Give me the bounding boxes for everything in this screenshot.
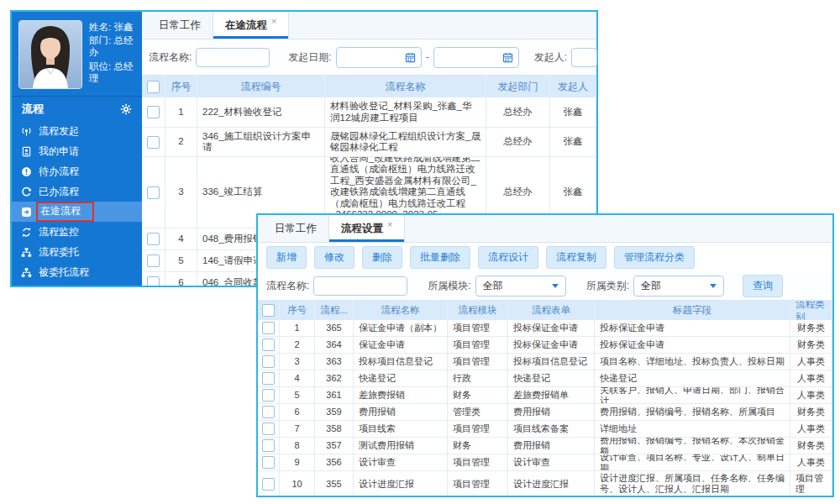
sidebar-item-label: 流程监控 [39, 225, 79, 239]
cell-dept: 总经办 [486, 128, 550, 156]
cell-text: 费用报销 [513, 440, 550, 451]
table-row[interactable]: 1222_材料验收登记材料验收登记_材料采购_张鑫_华润12城房建工程项目总经办… [142, 97, 596, 128]
sidebar-item-在途流程[interactable]: 在途流程 [12, 202, 142, 222]
workflow-tab-0[interactable]: 日常工作 [147, 12, 213, 39]
row-checkbox-cell [258, 320, 280, 336]
sidebar-item-已办流程[interactable]: 已办流程 [12, 181, 142, 202]
row-checkbox[interactable] [262, 355, 275, 368]
calendar-icon[interactable] [502, 51, 514, 63]
select-all-checkbox[interactable] [147, 81, 160, 93]
toolbar-button-修改[interactable]: 修改 [314, 246, 354, 269]
toolbar-button-批量删除[interactable]: 批量删除 [410, 246, 470, 269]
row-checkbox[interactable] [262, 372, 275, 385]
cell-text: 财务类 [797, 407, 825, 417]
row-checkbox[interactable] [147, 186, 160, 199]
avatar [18, 20, 82, 89]
cell-form: 费用报销 [508, 438, 595, 454]
row-checkbox[interactable] [262, 478, 275, 491]
sidebar-item-待办流程[interactable]: 待办流程 [12, 161, 142, 181]
row-checkbox[interactable] [262, 406, 275, 418]
cell-name: 快递登记 [354, 370, 448, 386]
toolbar-button-流程复制[interactable]: 流程复制 [546, 246, 606, 269]
cell-module: 项目管理 [448, 421, 508, 437]
table-row[interactable]: 6359费用报销管理类费用报销费用报销、报销编号、报销名称、所属项目财务类 [258, 404, 832, 421]
cell-id: 363 [315, 354, 354, 370]
settings-tab-0[interactable]: 日常工作 [263, 215, 328, 242]
row-checkbox[interactable] [147, 106, 160, 118]
sidebar-item-流程监控[interactable]: 流程监控 [12, 222, 142, 242]
table-row[interactable]: 7358项目线索项目管理项目线索备案详细地址人事类 [258, 421, 832, 438]
category-selected-value: 全部 [641, 279, 661, 293]
cell-text: 关联客户、报销人、申请日期、部门、报销合计 [600, 387, 785, 403]
row-checkbox[interactable] [147, 255, 160, 267]
cell-text: 设计审查、项目名称、专业、设计人、制单日期 [600, 454, 785, 470]
date-from-field[interactable] [336, 47, 422, 68]
row-checkbox[interactable] [262, 339, 275, 351]
cell-no: 2 [165, 128, 197, 156]
row-checkbox[interactable] [262, 423, 275, 435]
cell-text: 人事类 [797, 356, 825, 367]
query-button[interactable]: 查询 [743, 275, 783, 297]
cell-text: 8 [294, 440, 299, 451]
cell-module: 项目管理 [448, 337, 508, 353]
toolbar-button-管理流程分类[interactable]: 管理流程分类 [614, 246, 695, 269]
toolbar-button-流程设计[interactable]: 流程设计 [478, 246, 538, 269]
row-checkbox[interactable] [147, 136, 160, 149]
initiator-input[interactable] [571, 48, 597, 67]
workflow-tab-1[interactable]: 在途流程× [213, 12, 289, 39]
cell-text: 项目管理 [453, 339, 490, 350]
date-from-input[interactable] [341, 48, 405, 66]
cell-name: 项目线索 [354, 421, 448, 437]
sidebar-item-流程发起[interactable]: 流程发起 [12, 121, 142, 141]
sidebar-item-我的申请[interactable]: 我的申请 [12, 141, 142, 161]
table-row[interactable]: 10355设计进度汇报项目管理设计进度汇报设计进度汇报、所属项目、任务名称、任务… [258, 471, 832, 496]
cell-name: 费用报销 [354, 404, 448, 420]
sidebar-item-流程委托[interactable]: 流程委托 [12, 242, 142, 262]
date-to-field[interactable] [433, 47, 519, 68]
table-row[interactable]: 3363投标项目信息登记项目管理投标项目信息登记项目名称、详细地址、投标负责人、… [258, 354, 832, 370]
settings-toolbar: 新增修改删除批量删除流程设计流程复制管理流程分类 [258, 243, 832, 271]
table-row[interactable]: 2364保证金申请项目管理投标保证金申请投标保证金申请财务类 [258, 337, 832, 354]
row-checkbox[interactable] [147, 233, 160, 245]
cell-no: 10 [280, 471, 315, 496]
cell-category: 财务类 [790, 320, 832, 336]
process-name-input[interactable] [313, 276, 407, 296]
cell-dept: 总经办 [486, 97, 550, 127]
cell-text: 行政 [453, 373, 471, 384]
cell-text: 人事类 [797, 423, 825, 434]
table-row[interactable]: 4362快递登记行政快递登记快递登记人事类 [258, 370, 832, 387]
row-checkbox[interactable] [262, 322, 275, 334]
close-icon[interactable]: × [387, 219, 392, 229]
table-row[interactable]: 9356设计审查项目管理设计审查设计审查、项目名称、专业、设计人、制单日期人事类 [258, 454, 832, 471]
calendar-icon[interactable] [405, 51, 417, 63]
cell-id: 365 [315, 320, 354, 336]
row-checkbox[interactable] [147, 276, 160, 286]
cell-text: 费用报销 [513, 407, 550, 417]
row-checkbox[interactable] [262, 456, 275, 469]
cell-text: 5 [178, 255, 183, 267]
cell-text: 管理类 [453, 407, 480, 417]
cell-text: 差旅费报销单 [513, 390, 569, 401]
cell-text: 项目管理 [795, 473, 827, 495]
category-select[interactable]: 全部 [633, 276, 724, 297]
table-row[interactable]: 1365保证金申请（副本）项目管理投标保证金申请投标保证金申请财务类 [258, 320, 832, 337]
process-name-input[interactable] [196, 48, 270, 67]
table-row[interactable]: 2346_施工组织设计方案申请晟铭园林绿化工程组织设计方案_晟铭园林绿化工程总经… [142, 128, 596, 157]
row-checkbox[interactable] [262, 439, 275, 452]
cell-id: 356 [315, 454, 354, 470]
toolbar-button-删除[interactable]: 删除 [362, 246, 402, 269]
cell-text: 项目管理 [453, 479, 490, 490]
settings-tab-1[interactable]: 流程设置× [328, 215, 405, 242]
select-all-checkbox[interactable] [262, 304, 275, 317]
table-row[interactable]: 5361差旅费报销财务差旅费报销单关联客户、报销人、申请日期、部门、报销合计人事… [258, 387, 832, 404]
date-to-input[interactable] [438, 48, 502, 66]
toolbar-button-新增[interactable]: 新增 [266, 246, 307, 269]
close-icon[interactable]: × [271, 16, 276, 26]
table-row[interactable]: 8357测试费用报销财务费用报销费用报销、报销编号、报销名称、本次报销金额财务类 [258, 438, 832, 454]
module-select[interactable]: 全部 [475, 276, 566, 297]
cell-text: 项目管理 [453, 423, 490, 434]
gear-icon[interactable] [120, 103, 132, 115]
row-checkbox[interactable] [262, 389, 275, 402]
cell-form: 项目线索备案 [508, 421, 595, 437]
sidebar-item-被委托流程[interactable]: 被委托流程 [12, 262, 142, 282]
